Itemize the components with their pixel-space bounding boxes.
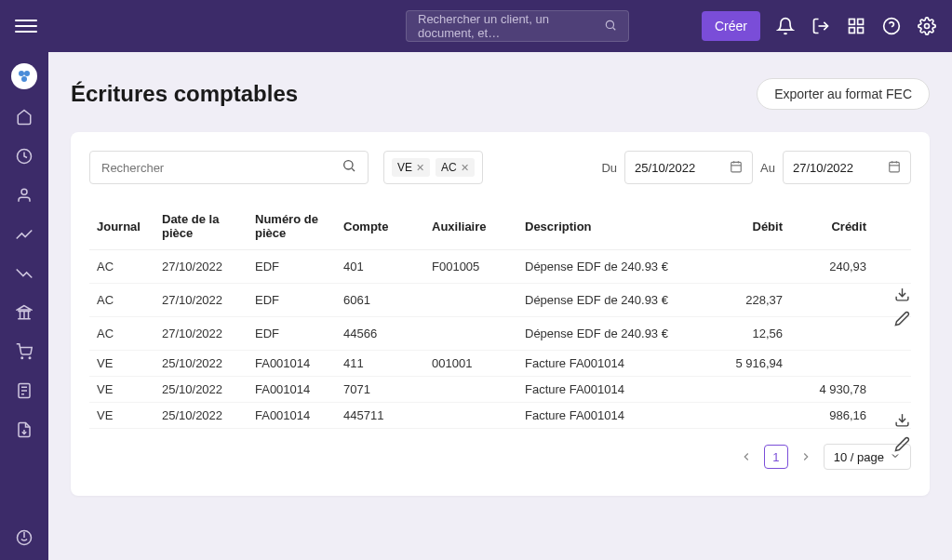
col-numero: Numéro de pièce [248, 203, 336, 250]
edit-icon[interactable] [894, 311, 911, 327]
col-actions [874, 203, 911, 250]
cell-debit: 5 916,94 [706, 351, 790, 377]
cell-journal: AC [89, 284, 154, 317]
prev-page[interactable] [738, 448, 755, 465]
logout-icon[interactable] [811, 16, 831, 36]
cell-date: 25/10/2022 [154, 403, 248, 429]
help-icon[interactable] [881, 16, 902, 36]
cell-numero: EDF [248, 317, 336, 351]
sidebar-cart[interactable] [13, 340, 35, 363]
cell-date: 27/10/2022 [154, 284, 248, 317]
svg-rect-31 [890, 162, 900, 172]
cell-date: 27/10/2022 [154, 317, 248, 351]
date-to-label: Au [760, 161, 775, 175]
cell-journal: AC [89, 317, 154, 351]
chip-ac[interactable]: AC✕ [436, 158, 475, 177]
date-from-input[interactable]: 25/10/2022 [624, 151, 753, 184]
cell-credit [790, 284, 874, 317]
gear-icon[interactable] [917, 16, 937, 36]
col-debit: Débit [706, 203, 790, 250]
cell-compte: 401 [336, 250, 424, 284]
svg-marker-15 [18, 306, 32, 311]
sidebar-logo[interactable] [11, 63, 37, 89]
search-icon [604, 19, 617, 34]
cell-numero: FA001014 [248, 403, 336, 429]
close-icon[interactable]: ✕ [416, 162, 424, 174]
cell-credit [790, 351, 874, 377]
sidebar-rocket[interactable] [13, 527, 35, 549]
col-date: Date de la pièce [154, 203, 248, 250]
cell-auxiliaire [424, 377, 517, 403]
cell-date: 25/10/2022 [154, 377, 248, 403]
svg-point-0 [606, 20, 613, 28]
cell-numero: FA001014 [248, 351, 336, 377]
svg-rect-3 [858, 20, 864, 25]
sidebar-document[interactable] [13, 380, 35, 402]
calendar-icon [730, 160, 743, 176]
download-icon[interactable] [894, 287, 911, 303]
cell-description: Dépense EDF de 240.93 € [517, 250, 706, 284]
sidebar-down-chart[interactable] [13, 262, 35, 285]
close-icon[interactable]: ✕ [461, 162, 469, 174]
svg-point-9 [19, 71, 24, 76]
sidebar-up-chart[interactable] [13, 223, 35, 246]
create-button[interactable]: Créer [702, 11, 760, 41]
cell-journal: VE [89, 403, 154, 429]
svg-point-19 [21, 357, 23, 359]
global-search-placeholder: Rechercher un client, un document, et… [418, 12, 597, 40]
cell-description: Dépense EDF de 240.93 € [517, 284, 706, 317]
cell-date: 25/10/2022 [154, 351, 248, 377]
svg-point-13 [21, 189, 27, 194]
cell-debit: 12,56 [706, 317, 790, 351]
svg-point-10 [24, 71, 30, 76]
date-from-label: Du [601, 161, 617, 175]
table-row: VE25/10/2022FA0010147071Facture FA001014… [89, 377, 911, 403]
next-page[interactable] [798, 448, 814, 465]
chip-ve[interactable]: VE✕ [392, 158, 430, 177]
menu-toggle[interactable] [15, 15, 37, 37]
cell-description: Facture FA001014 [517, 377, 706, 403]
table-search[interactable] [89, 151, 369, 184]
journal-filter-chips[interactable]: VE✕ AC✕ [383, 151, 483, 184]
date-to-input[interactable]: 27/10/2022 [783, 151, 911, 184]
download-icon[interactable] [894, 412, 911, 429]
cell-numero: EDF [248, 250, 336, 284]
table-search-input[interactable] [101, 161, 334, 175]
apps-icon[interactable] [846, 16, 866, 36]
cell-credit: 4 930,78 [790, 377, 874, 403]
global-search[interactable]: Rechercher un client, un document, et… [406, 10, 629, 42]
sidebar-home[interactable] [13, 106, 35, 128]
export-fec-button[interactable]: Exporter au format FEC [757, 78, 930, 110]
cell-journal: VE [89, 377, 154, 403]
cell-auxiliaire: F001005 [424, 250, 517, 284]
entries-table: Journal Date de la pièce Numéro de pièce… [89, 203, 911, 429]
cell-description: Facture FA001014 [517, 403, 706, 429]
edit-icon[interactable] [894, 436, 911, 453]
cell-description: Facture FA001014 [517, 351, 706, 377]
svg-rect-2 [850, 20, 855, 25]
cell-debit [706, 403, 790, 429]
sidebar-dashboard[interactable] [13, 145, 35, 167]
table-row: VE25/10/2022FA001014445711Facture FA0010… [89, 403, 911, 429]
cell-description: Dépense EDF de 240.93 € [517, 317, 706, 351]
col-journal: Journal [89, 203, 154, 250]
bell-icon[interactable] [775, 16, 796, 36]
svg-rect-4 [858, 28, 864, 33]
sidebar-export[interactable] [13, 419, 35, 441]
table-row: AC27/10/2022EDF401F001005Dépense EDF de … [89, 250, 911, 284]
page-number[interactable]: 1 [764, 445, 788, 469]
cell-debit: 228,37 [706, 284, 790, 317]
cell-numero: FA001014 [248, 377, 336, 403]
col-credit: Crédit [790, 203, 874, 250]
sidebar-bank[interactable] [13, 301, 35, 324]
col-description: Description [517, 203, 706, 250]
cell-journal: VE [89, 351, 154, 377]
sidebar-clients[interactable] [13, 184, 35, 207]
cell-credit: 240,93 [790, 250, 874, 284]
svg-point-11 [21, 76, 27, 82]
cell-debit [706, 250, 790, 284]
cell-auxiliaire: 001001 [424, 351, 517, 377]
cell-compte: 411 [336, 351, 424, 377]
cell-auxiliaire [424, 403, 517, 429]
cell-credit [790, 317, 874, 351]
